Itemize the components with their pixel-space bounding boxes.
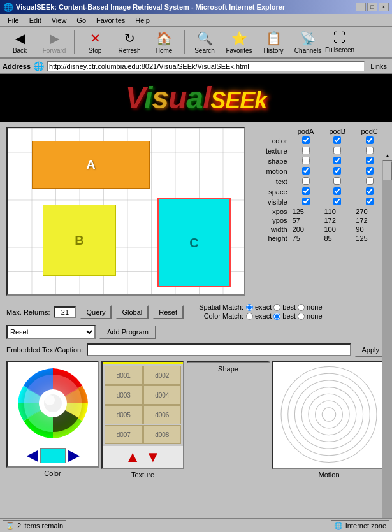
max-returns-input[interactable] (54, 306, 76, 318)
texture-cell-d004[interactable]: d004 (143, 385, 182, 405)
back-button[interactable]: ◀ Back (3, 28, 36, 56)
search-button[interactable]: 🔍 Search (188, 28, 221, 56)
text-a-checkbox[interactable] (302, 177, 310, 185)
color-none-radio[interactable] (298, 313, 305, 320)
fullscreen-button[interactable]: ⛶ Fullscreen (326, 28, 354, 56)
texture-a-checkbox[interactable] (302, 147, 310, 154)
shape-c[interactable]: C (157, 198, 231, 287)
props-width-c: 90 (353, 225, 386, 234)
embedded-label: Embedded Text/Caption: (6, 346, 83, 354)
shape-c-checkbox[interactable] (366, 157, 374, 164)
texture-cell-d008[interactable]: d008 (143, 425, 182, 444)
add-program-button[interactable]: Add Program (99, 325, 156, 339)
color-left-arrow[interactable]: ◀ (27, 447, 38, 464)
color-best-radio[interactable] (273, 313, 280, 320)
color-b-checkbox[interactable] (333, 136, 341, 144)
home-label: Home (156, 47, 173, 54)
texture-cell-d005[interactable]: d005 (105, 405, 143, 424)
texture-cell-d007[interactable]: d007 (105, 425, 143, 444)
ie-zone-icon: 🌐 (334, 522, 343, 530)
svg-point-4 (45, 395, 55, 405)
scrollbar-right[interactable]: ▲ ▼ (382, 150, 392, 532)
apply-button[interactable]: Apply (355, 343, 386, 357)
shape-b-checkbox[interactable] (333, 157, 341, 164)
maximize-button[interactable]: □ (367, 3, 377, 11)
channels-button[interactable]: 📡 Channels (291, 28, 324, 56)
texture-cell-d001[interactable]: d001 (105, 366, 143, 385)
menu-favorites[interactable]: Favorites (91, 15, 130, 25)
texture-cell-d002[interactable]: d002 (143, 366, 182, 385)
color-right-arrow[interactable]: ▶ (68, 447, 79, 464)
query-button[interactable]: Query (80, 305, 112, 319)
links-button[interactable]: Links (368, 62, 389, 70)
texture-up-arrow[interactable]: ▲ (125, 448, 140, 466)
title-bar-controls[interactable]: _ □ × (356, 3, 389, 11)
canvas-area[interactable]: A B C (6, 127, 245, 296)
history-button[interactable]: 📋 History (257, 28, 290, 56)
texture-c-checkbox[interactable] (366, 147, 374, 154)
channels-label: Channels (294, 47, 321, 54)
menu-file[interactable]: File (3, 15, 24, 25)
shape-a-checkbox[interactable] (302, 157, 310, 164)
scroll-track[interactable] (382, 161, 392, 532)
global-button[interactable]: Global (115, 305, 149, 319)
space-c-checkbox[interactable] (366, 187, 374, 195)
canvas-section: A B C podA podB podC color (0, 122, 392, 301)
color-exact-radio[interactable] (246, 313, 253, 320)
props-height-row: height 75 85 125 (250, 234, 386, 243)
text-b-checkbox[interactable] (333, 177, 341, 185)
shape-panel-label: Shape (187, 363, 270, 374)
address-label: Address (3, 62, 31, 70)
address-input[interactable] (47, 61, 365, 72)
spatial-exact-radio[interactable] (246, 304, 253, 311)
home-button[interactable]: 🏠 Home (147, 28, 180, 56)
spatial-best-radio[interactable] (273, 304, 280, 311)
program-dropdown[interactable]: Reset (6, 325, 96, 339)
visible-a-checkbox[interactable] (302, 198, 310, 205)
title-bar: 🌐 VisualSEEk: Content-Based Image Retrie… (0, 0, 392, 14)
texture-down-arrow[interactable]: ▼ (145, 448, 161, 466)
refresh-button[interactable]: ↻ Refresh (113, 28, 146, 56)
shape-a[interactable]: A (32, 141, 150, 189)
scroll-up-arrow[interactable]: ▲ (382, 150, 392, 161)
space-b-checkbox[interactable] (333, 187, 341, 195)
address-bar: Address 🌐 Links (0, 59, 392, 74)
window-title: VisualSEEk: Content-Based Image Retrieva… (16, 3, 285, 11)
stop-button[interactable]: ✕ Stop (78, 28, 112, 56)
texture-cell-d006[interactable]: d006 (143, 405, 182, 424)
menu-view[interactable]: View (47, 15, 72, 25)
spatial-match-label: Spatial Match: (192, 303, 243, 311)
motion-b-checkbox[interactable] (333, 167, 341, 175)
motion-a-checkbox[interactable] (302, 167, 310, 175)
menu-help[interactable]: Help (130, 15, 155, 25)
props-width-label: width (250, 225, 290, 234)
text-c-checkbox[interactable] (366, 177, 374, 185)
minimize-button[interactable]: _ (356, 3, 366, 11)
refresh-label: Refresh (118, 47, 140, 54)
menu-go[interactable]: Go (71, 15, 91, 25)
visible-c-checkbox[interactable] (366, 198, 374, 205)
color-swatch (40, 448, 66, 463)
embedded-input[interactable] (87, 343, 351, 356)
spatial-none-radio[interactable] (298, 304, 305, 311)
motion-c-checkbox[interactable] (366, 167, 374, 175)
reset-button[interactable]: Reset (152, 305, 184, 319)
texture-b-checkbox[interactable] (333, 147, 341, 154)
scroll-thumb[interactable] (383, 161, 392, 180)
close-button[interactable]: × (379, 3, 389, 11)
forward-button[interactable]: ▶ Forward (38, 28, 71, 56)
texture-cell-d003[interactable]: d003 (105, 385, 143, 405)
color-wheel[interactable] (15, 365, 91, 442)
color-c-checkbox[interactable] (366, 136, 374, 144)
favorites-button[interactable]: ⭐ Favorites (222, 28, 256, 56)
shape-panel[interactable] (187, 361, 270, 363)
texture-panel: d001 d002 d003 d004 d005 d006 d007 d008 … (101, 361, 184, 469)
visible-b-checkbox[interactable] (333, 198, 341, 205)
props-ypos-b: 172 (321, 216, 353, 225)
title-see: SEEk (210, 87, 266, 113)
color-a-checkbox[interactable] (302, 136, 310, 144)
controls-row: Max. Returns: Query Global Reset Spatial… (0, 301, 392, 324)
shape-b[interactable]: B (43, 205, 116, 276)
menu-edit[interactable]: Edit (24, 15, 47, 25)
space-a-checkbox[interactable] (302, 187, 310, 195)
